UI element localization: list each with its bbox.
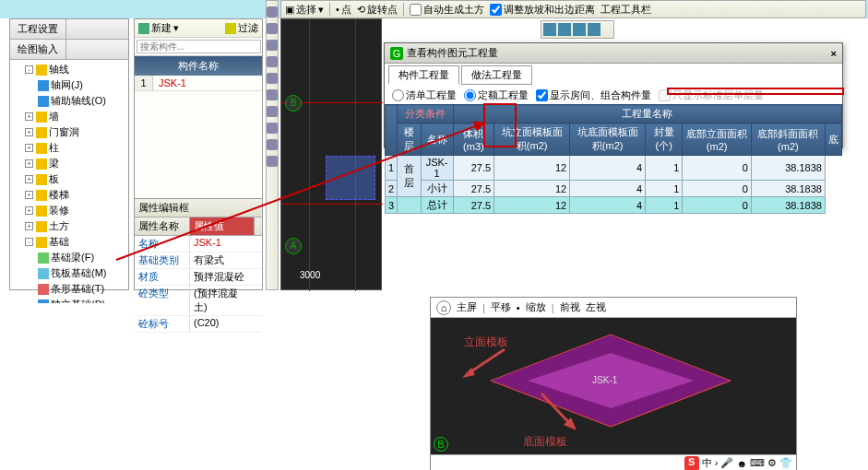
- tree-item[interactable]: +土方: [12, 218, 126, 234]
- tb-item[interactable]: 缩放: [526, 300, 546, 314]
- tree-item[interactable]: +装修: [12, 203, 126, 218]
- axis-label: B: [285, 95, 302, 112]
- tool-icon[interactable]: [267, 106, 278, 117]
- table-row: 1首层JSK-127.51241038.1838: [386, 156, 842, 181]
- tb-item[interactable]: •: [517, 302, 520, 313]
- tab-component-qty[interactable]: 构件工程量: [388, 65, 459, 85]
- tool-icon[interactable]: [267, 23, 278, 34]
- project-toolbar-label: 工程工具栏: [600, 3, 651, 17]
- opt-show-room[interactable]: 显示房间、组合构件量: [536, 88, 651, 102]
- quick-toolbar: [541, 20, 614, 39]
- component-col-header: 构件名称: [135, 56, 262, 76]
- view-3d: ⌂ 主屏 | 平移 • 缩放 | 前视 左视 JSK-1 立面模板 底面模板 B…: [430, 297, 797, 470]
- app-icon: G: [390, 47, 403, 60]
- tree-item[interactable]: 条形基础(T): [12, 281, 126, 297]
- tb-item[interactable]: 前视: [560, 300, 580, 314]
- rotate-point-tool[interactable]: ⟲ 旋转点: [357, 3, 398, 17]
- prop-value[interactable]: 预拌混凝砼: [190, 269, 255, 285]
- auto-earth-tool[interactable]: 自动生成土方: [410, 3, 484, 17]
- filter-button[interactable]: 过滤: [225, 21, 258, 35]
- category-tree[interactable]: -轴线轴网(J)辅助轴线(O)+墙+门窗洞+柱+梁+板+楼梯+装修+土方-基础基…: [10, 60, 128, 303]
- tb-item[interactable]: 平移: [491, 300, 511, 314]
- opt-std-floor[interactable]: 只显示标准层单层量: [659, 88, 764, 102]
- property-editor: 属性编辑框 属性名称 属性值 名称JSK-1基础类别有梁式材质预拌混凝砼砼类型(…: [134, 198, 263, 290]
- new-button[interactable]: 新建 ▾: [138, 21, 179, 35]
- prop-value[interactable]: JSK-1: [190, 236, 255, 252]
- tree-item[interactable]: -基础: [12, 234, 126, 250]
- prop-value[interactable]: 有梁式: [190, 253, 255, 268]
- home-view-icon[interactable]: ⌂: [436, 300, 451, 315]
- settings-icon[interactable]: ⚙: [767, 457, 777, 469]
- prop-name: 基础类别: [135, 253, 190, 268]
- drawing-canvas[interactable]: B A 3000: [280, 18, 382, 290]
- tool-icon[interactable]: [267, 89, 278, 100]
- tree-item[interactable]: +门窗洞: [12, 124, 126, 140]
- skin-icon[interactable]: 👕: [779, 457, 792, 469]
- save-icon[interactable]: [543, 23, 556, 36]
- tool-icon[interactable]: [267, 139, 278, 150]
- prop-name: 砼类型: [135, 286, 190, 315]
- keyboard-icon[interactable]: ⌨: [750, 457, 765, 469]
- prop-name: 砼标号: [135, 316, 190, 332]
- tool-icon[interactable]: [267, 73, 278, 84]
- tab-method-qty[interactable]: 做法工程量: [461, 65, 532, 85]
- tree-item[interactable]: +楼梯: [12, 187, 126, 203]
- undo-icon[interactable]: [558, 23, 571, 36]
- tree-item[interactable]: +柱: [12, 140, 126, 156]
- annotation: 底面模板: [523, 434, 567, 450]
- axis-label: B: [434, 437, 448, 452]
- tb-item[interactable]: 左视: [586, 300, 606, 314]
- tab-draw-input[interactable]: 绘图输入: [10, 40, 66, 59]
- selection-box: [326, 156, 375, 200]
- tree-item[interactable]: +板: [12, 171, 126, 187]
- tool-icon[interactable]: [267, 40, 278, 51]
- dimension-text: 3000: [300, 270, 320, 280]
- tool-icon[interactable]: [267, 123, 278, 134]
- tool-icon[interactable]: [267, 6, 278, 18]
- emoji-icon[interactable]: ☻: [736, 458, 747, 469]
- adjust-slope-tool[interactable]: 调整放坡和出边距离: [490, 3, 595, 17]
- tool-icon[interactable]: [267, 56, 278, 67]
- mic-icon[interactable]: 🎤: [720, 457, 733, 469]
- tree-item[interactable]: +梁: [12, 156, 126, 171]
- redo-icon[interactable]: [573, 23, 586, 36]
- window-title: 查看构件图元工程量: [407, 46, 498, 60]
- prop-hdr-value: 属性值: [190, 217, 255, 235]
- tree-item[interactable]: +墙: [12, 109, 126, 124]
- prop-hdr-name: 属性名称: [135, 217, 190, 235]
- select-tool[interactable]: ▣ 选择 ▾: [285, 3, 324, 17]
- canvas-3d[interactable]: JSK-1 立面模板 底面模板 B: [431, 318, 796, 454]
- more-icon[interactable]: [588, 23, 600, 36]
- quantity-table: 分类条件工程量名称楼层名称体积(m3)坑立面模板面积(m2)坑底面模板面积(m2…: [385, 104, 842, 214]
- opt-quota-qty[interactable]: 定额工程量: [464, 88, 529, 102]
- tree-item[interactable]: 轴网(J): [12, 77, 126, 93]
- tree-item[interactable]: 筏板基础(M): [12, 265, 126, 281]
- canvas-toolbar: ▣ 选择 ▾ • 点 ⟲ 旋转点 自动生成土方 调整放坡和出边距离 工程工具栏: [280, 0, 866, 18]
- search-input[interactable]: [137, 40, 261, 53]
- tree-item[interactable]: -轴线: [12, 62, 126, 77]
- tree-item[interactable]: 独立基础(D): [12, 297, 126, 303]
- prop-name: 材质: [135, 269, 190, 285]
- ime-indicator[interactable]: S 中 › 🎤 ☻ ⌨ ⚙ 👕: [684, 456, 792, 471]
- vertical-toolstrip: [266, 0, 279, 290]
- table-row: 3总计27.51241038.1838: [386, 197, 842, 214]
- tree-item[interactable]: 辅助轴线(O): [12, 93, 126, 109]
- quantity-window: G 查看构件图元工程量 × 构件工程量 做法工程量 清单工程量 定额工程量 显示…: [384, 42, 843, 148]
- table-row: 2小计27.51241038.1838: [386, 181, 842, 197]
- component-label: JSK-1: [592, 375, 617, 385]
- prop-value[interactable]: (预拌混凝土): [190, 286, 255, 315]
- opt-list-qty[interactable]: 清单工程量: [392, 88, 457, 102]
- tree-item[interactable]: 基础梁(F): [12, 250, 126, 265]
- point-tool[interactable]: • 点: [336, 3, 351, 17]
- prop-value[interactable]: (C20): [190, 316, 255, 332]
- view-3d-toolbar: ⌂ 主屏 | 平移 • 缩放 | 前视 左视: [431, 298, 796, 318]
- property-title: 属性编辑框: [135, 199, 262, 217]
- tb-item[interactable]: 主屏: [457, 300, 477, 314]
- status-bar: S 中 › 🎤 ☻ ⌨ ⚙ 👕: [431, 454, 796, 470]
- close-icon[interactable]: ×: [831, 48, 837, 59]
- component-item[interactable]: JSK-1: [153, 76, 262, 90]
- axis-label: A: [285, 238, 302, 254]
- row-num: 1: [135, 76, 153, 90]
- tool-icon[interactable]: [267, 156, 278, 167]
- tab-project-settings[interactable]: 工程设置: [10, 19, 66, 39]
